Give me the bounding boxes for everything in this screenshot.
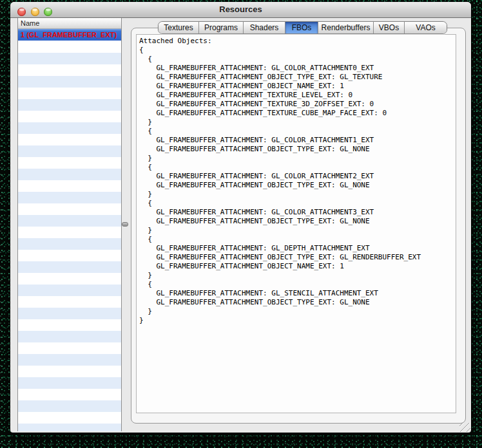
fbo-detail-panel: Attached Objects: { { GL_FRAMEBUFFER_ATT… bbox=[131, 28, 466, 424]
empty-list-rows bbox=[18, 41, 121, 431]
tab-fbos[interactable]: FBOs bbox=[285, 22, 318, 33]
resource-type-tabs: Textures Programs Shaders FBOs Renderbuf… bbox=[158, 21, 447, 34]
title-bar[interactable]: Resources bbox=[10, 2, 471, 18]
list-item-framebuffer[interactable]: 1 (GL_FRAMEBUFFER_EXT) bbox=[18, 29, 121, 41]
tab-vaos[interactable]: VAOs bbox=[405, 22, 447, 33]
resources-window: Resources Name 1 (GL_FRAMEBUFFER_EXT) Te… bbox=[10, 2, 471, 433]
name-column-header[interactable]: Name bbox=[18, 18, 121, 29]
window-title: Resources bbox=[10, 5, 471, 14]
desktop-background: { "window": { "title": "Resources" }, "s… bbox=[0, 0, 482, 448]
resource-list[interactable]: Name 1 (GL_FRAMEBUFFER_EXT) bbox=[17, 18, 122, 431]
tab-renderbuffers[interactable]: Renderbuffers bbox=[318, 22, 374, 33]
attached-objects-view[interactable]: Attached Objects: { { GL_FRAMEBUFFER_ATT… bbox=[136, 34, 456, 413]
splitter-handle[interactable] bbox=[122, 222, 128, 227]
tab-programs[interactable]: Programs bbox=[199, 22, 244, 33]
tab-vbos[interactable]: VBOs bbox=[374, 22, 405, 33]
attached-objects-text: Attached Objects: { { GL_FRAMEBUFFER_ATT… bbox=[137, 35, 456, 325]
tab-textures[interactable]: Textures bbox=[159, 22, 199, 33]
resize-grip-icon[interactable] bbox=[459, 423, 470, 432]
tab-shaders[interactable]: Shaders bbox=[244, 22, 285, 33]
